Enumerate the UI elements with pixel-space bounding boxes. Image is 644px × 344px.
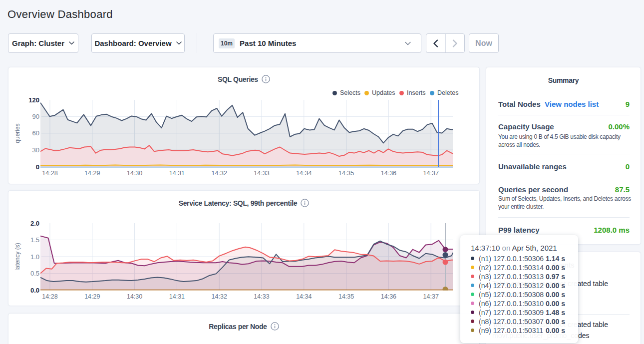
svg-text:14:28: 14:28 <box>42 170 57 177</box>
svg-text:14:29: 14:29 <box>84 293 100 300</box>
svg-text:14:36: 14:36 <box>381 293 396 300</box>
svg-text:latency (s): latency (s) <box>14 243 21 270</box>
svg-text:14:37: 14:37 <box>423 293 439 300</box>
svg-text:2.0: 2.0 <box>30 220 39 227</box>
svg-text:60: 60 <box>32 129 39 137</box>
svg-text:14:32: 14:32 <box>212 293 227 300</box>
svg-text:14:35: 14:35 <box>338 170 354 177</box>
svg-text:14:36: 14:36 <box>381 170 396 177</box>
svg-text:14:37: 14:37 <box>423 170 439 177</box>
svg-text:14:31: 14:31 <box>169 293 185 300</box>
svg-text:0.5: 0.5 <box>30 270 39 277</box>
svg-text:14:30: 14:30 <box>127 293 142 300</box>
svg-text:1.0: 1.0 <box>30 253 39 261</box>
svg-text:14:33: 14:33 <box>254 293 269 300</box>
svg-text:14:34: 14:34 <box>296 170 312 177</box>
svg-text:14:35: 14:35 <box>338 293 354 300</box>
svg-text:120: 120 <box>28 96 39 104</box>
svg-text:14:31: 14:31 <box>169 170 185 177</box>
svg-text:14:34: 14:34 <box>296 293 312 300</box>
svg-text:14:30: 14:30 <box>127 170 142 177</box>
svg-text:30: 30 <box>32 146 39 154</box>
svg-text:14:33: 14:33 <box>254 170 269 177</box>
svg-text:queries: queries <box>14 123 21 143</box>
svg-text:14:28: 14:28 <box>42 293 57 300</box>
svg-text:0.0: 0.0 <box>30 287 39 294</box>
svg-text:14:29: 14:29 <box>84 170 100 177</box>
svg-text:14:32: 14:32 <box>212 170 227 177</box>
svg-text:90: 90 <box>32 113 39 120</box>
svg-text:0: 0 <box>36 163 39 171</box>
svg-text:1.5: 1.5 <box>30 236 39 244</box>
